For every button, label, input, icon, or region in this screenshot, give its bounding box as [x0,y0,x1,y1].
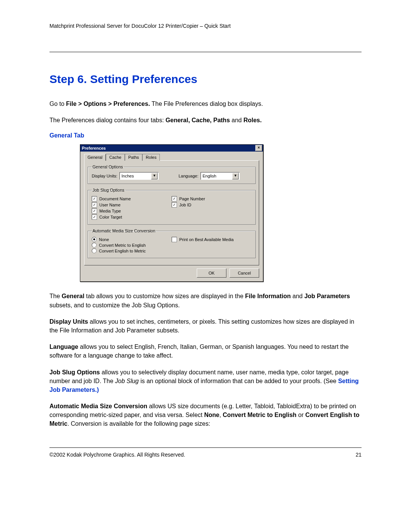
dialog-title: Preferences [82,146,106,150]
intro-line-2: The Preferences dialog contains four tab… [49,116,362,125]
tab-general[interactable]: General [84,154,106,161]
radio-metric-to-english[interactable]: Convert Metric to English [92,243,172,248]
header-rule [49,52,362,52]
page-footer: ©2002 Kodak Polychrome Graphics. All Rig… [49,447,362,458]
para-language: Language allows you to select English, F… [49,342,362,360]
chk-page-number[interactable]: ✓Page Number [172,196,252,201]
page-title: Step 6. Setting Preferences [49,73,362,86]
tab-strip: General Cache Paths Roles [84,154,259,161]
intro-line-1: Go to File > Options > Preferences. The … [49,99,362,108]
group-job-slug-options: Job Slug Options ✓Document Name ✓User Na… [88,188,256,225]
close-icon[interactable]: × [255,145,262,151]
tab-panel-general: General Options Display Units: Inches ▼ … [84,160,259,265]
para-general: The General tab allows you to customize … [49,292,362,309]
para-display-units: Display Units allows you to set inches, … [49,317,362,335]
chk-media-type[interactable]: ✓Media Type [92,208,172,214]
subheading-general-tab: General Tab [49,132,362,139]
chevron-down-icon: ▼ [151,173,158,179]
tab-paths[interactable]: Paths [125,154,142,161]
group-auto-media-size: Automatic Media Size Conversion None Con… [88,228,256,258]
chk-user-name[interactable]: ✓User Name [92,202,172,208]
dialog-titlebar: Preferences × [80,145,263,152]
para-auto-media: Automatic Media Size Conversion allows U… [49,402,362,428]
language-select[interactable]: English ▼ [201,172,240,180]
preferences-dialog: Preferences × General Cache Paths Roles … [80,144,263,282]
chk-job-id[interactable]: ✓Job ID [172,202,252,208]
chk-document-name[interactable]: ✓Document Name [92,196,172,201]
cancel-button[interactable]: Cancel [229,268,259,278]
group-general-options: General Options Display Units: Inches ▼ … [88,165,256,184]
chk-print-best-available[interactable]: Print on Best Available Media [172,237,252,242]
tab-roles[interactable]: Roles [142,154,160,161]
page-number: 21 [355,452,362,458]
para-job-slug: Job Slug Options allows you to selective… [49,368,362,395]
chk-color-target[interactable]: ✓Color Target [92,214,172,220]
copyright: ©2002 Kodak Polychrome Graphics. All Rig… [49,452,185,458]
display-units-select[interactable]: Inches ▼ [119,172,159,180]
radio-english-to-metric[interactable]: Convert English to Metric [92,248,172,253]
tab-cache[interactable]: Cache [106,154,125,161]
display-units-label: Display Units: [92,174,117,178]
page-header: Matchprint Professional Server for DocuC… [49,23,362,29]
chevron-down-icon: ▼ [232,173,239,179]
radio-none[interactable]: None [92,237,172,242]
ok-button[interactable]: OK [197,268,226,278]
language-label: Language: [178,174,198,178]
